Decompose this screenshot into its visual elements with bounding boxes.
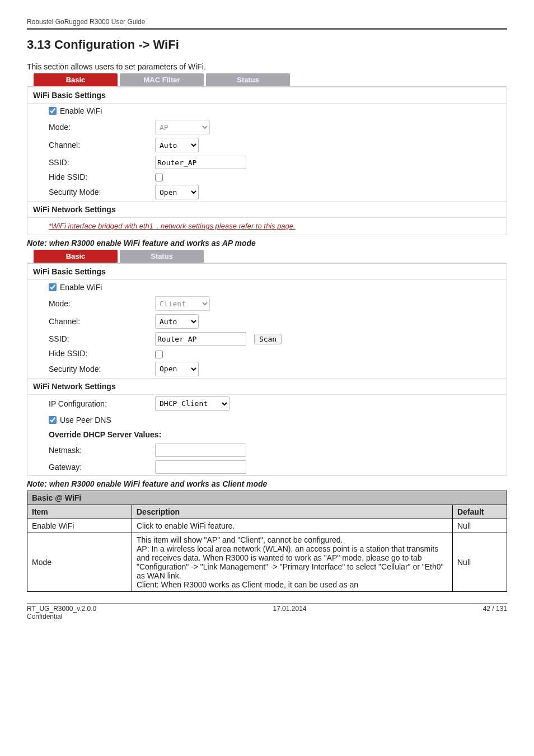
hide-ssid-label-client: Hide SSID:	[49, 349, 155, 358]
ap-tabbar: Basic MAC Filter Status	[34, 73, 507, 86]
security-mode-label: Security Mode:	[49, 188, 155, 197]
scan-button[interactable]: Scan	[254, 334, 282, 344]
tab-mac-filter[interactable]: MAC Filter	[120, 73, 204, 86]
ssid-label: SSID:	[49, 158, 155, 167]
hide-ssid-label: Hide SSID:	[49, 172, 155, 181]
col-default: Default	[453, 505, 507, 519]
enable-wifi-label: Enable WiFi	[60, 106, 102, 115]
client-tabbar: Basic Status	[34, 250, 507, 263]
footer-right: 42 / 131	[483, 605, 507, 620]
ap-panel: WiFi Basic Settings Enable WiFi Mode: AP…	[27, 86, 507, 235]
page-footer: RT_UG_R3000_v.2.0.0 Confidential 17.01.2…	[0, 604, 534, 620]
page-title: 3.13 Configuration -> WiFi	[27, 38, 507, 52]
note-ap-mode: Note: when R3000 enable WiFi feature and…	[27, 239, 507, 248]
gateway-label: Gateway:	[49, 463, 155, 472]
table-title: Basic @ WiFi	[27, 491, 507, 505]
mode-label-client: Mode:	[49, 299, 155, 308]
tab-basic-client[interactable]: Basic	[34, 250, 118, 263]
footer-center: 17.01.2014	[96, 605, 483, 620]
bridge-note-link[interactable]: *WiFi interface bridged with eth1，networ…	[49, 222, 296, 230]
col-description: Description	[132, 505, 453, 519]
ssid-input-client[interactable]	[155, 332, 246, 346]
gateway-input[interactable]	[155, 460, 246, 474]
enable-wifi-label-client: Enable WiFi	[60, 283, 102, 292]
netmask-input[interactable]	[155, 444, 246, 457]
hide-ssid-checkbox-client[interactable]	[155, 351, 163, 358]
ap-section-network: WiFi Network Settings	[27, 201, 507, 218]
client-section-network: WiFi Network Settings	[27, 378, 507, 395]
enable-wifi-checkbox-client[interactable]	[49, 283, 57, 291]
ip-config-label: IP Configuration:	[49, 399, 155, 408]
client-section-basic: WiFi Basic Settings	[27, 264, 507, 280]
ap-section-basic: WiFi Basic Settings	[27, 87, 507, 104]
tab-status[interactable]: Status	[206, 73, 290, 86]
security-mode-select[interactable]: Open	[155, 185, 199, 199]
mode-select[interactable]: AP	[155, 120, 210, 134]
mode-desc-line: Client: When R3000 works as Client mode,…	[137, 580, 448, 589]
tab-status-client[interactable]: Status	[120, 250, 204, 263]
description-table: Basic @ WiFi Item Description Default En…	[27, 491, 507, 592]
client-panel: WiFi Basic Settings Enable WiFi Mode: Cl…	[27, 263, 507, 475]
table-row: Enable WiFi Click to enable WiFi feature…	[27, 519, 507, 533]
ssid-input[interactable]	[155, 156, 246, 169]
running-header: Robustel GoRugged R3000 User Guide	[27, 18, 507, 26]
mode-desc-line: AP: In a wireless local area network (WL…	[137, 544, 448, 580]
note-client-mode: Note: when R3000 enable WiFi feature and…	[27, 479, 507, 488]
enable-wifi-checkbox[interactable]	[49, 107, 57, 115]
header-rule	[27, 28, 507, 30]
col-item: Item	[27, 505, 132, 519]
table-row: Mode This item will show "AP" and "Clien…	[27, 533, 507, 591]
mode-desc-line: This item will show "AP" and "Client", c…	[137, 535, 448, 544]
override-dhcp-heading: Override DHCP Server Values:	[27, 427, 507, 442]
netmask-label: Netmask:	[49, 446, 155, 455]
channel-label: Channel:	[49, 141, 155, 150]
channel-select[interactable]: Auto	[155, 138, 199, 152]
ssid-label-client: SSID:	[49, 334, 155, 343]
footer-left: RT_UG_R3000_v.2.0.0	[27, 605, 96, 613]
security-mode-label-client: Security Mode:	[49, 365, 155, 374]
hide-ssid-checkbox[interactable]	[155, 174, 163, 181]
channel-label-client: Channel:	[49, 317, 155, 326]
channel-select-client[interactable]: Auto	[155, 314, 199, 329]
tab-basic[interactable]: Basic	[34, 73, 118, 86]
bridge-note-row: *WiFi interface bridged with eth1，networ…	[27, 218, 507, 235]
footer-left2: Confidential	[27, 613, 96, 620]
mode-label: Mode:	[49, 123, 155, 132]
use-peer-dns-label: Use Peer DNS	[60, 416, 111, 424]
intro-text: This section allows users to set paramet…	[27, 62, 507, 71]
security-mode-select-client[interactable]: Open	[155, 362, 199, 376]
mode-select-client[interactable]: Client	[155, 296, 210, 311]
ip-config-select[interactable]: DHCP Client	[155, 396, 229, 411]
use-peer-dns-checkbox[interactable]	[49, 416, 57, 424]
